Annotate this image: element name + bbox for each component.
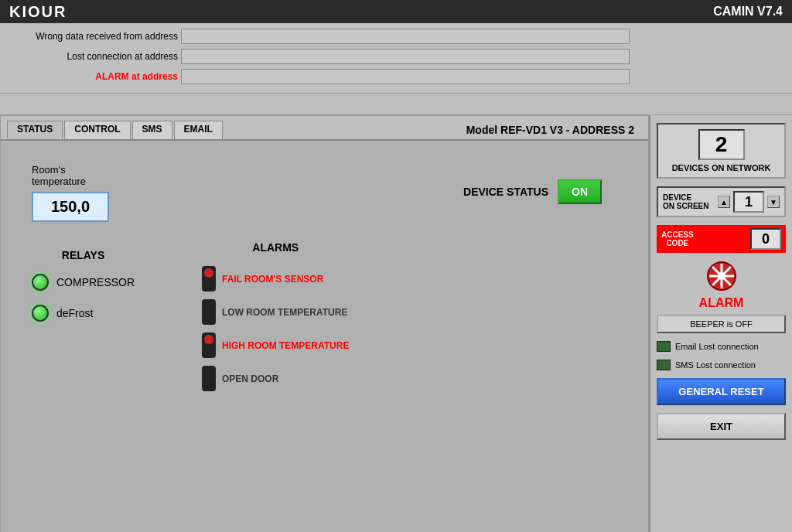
- wrong-data-label: Wrong data received from address: [8, 31, 178, 42]
- devices-on-network-box: 2 DEVICES ON NETWORK: [657, 123, 786, 179]
- email-lost-conn-row: Email Lost connection: [657, 341, 786, 352]
- alarm-item-1: LOW ROOM TEMPERATURE: [202, 299, 349, 325]
- wrong-data-row: Wrong data received from address: [8, 28, 784, 45]
- lost-conn-row: Lost connection at address: [8, 48, 784, 65]
- alarm-indicator-0: [202, 266, 216, 292]
- alarm-icon: [706, 261, 737, 292]
- general-reset-button[interactable]: GENERAL RESET: [657, 378, 786, 405]
- alarm-dot-dark-1b: [204, 313, 213, 322]
- svg-point-5: [718, 272, 725, 280]
- top-info-panel: Wrong data received from address Lost co…: [0, 23, 792, 94]
- alarm-dot-dark-1a: [204, 302, 213, 311]
- sms-conn-led: [657, 360, 671, 370]
- alarm-right-section: ALARM BEEPER is OFF: [657, 261, 786, 333]
- tab-status[interactable]: STATUS: [7, 121, 63, 139]
- devices-count: 2: [698, 129, 745, 160]
- tab-control[interactable]: CONTROL: [64, 121, 130, 139]
- lost-conn-label: Lost connection at address: [8, 51, 178, 62]
- device-status-label: DEVICE STATUS: [463, 186, 548, 198]
- email-lost-conn-label: Email Lost connection: [675, 342, 759, 351]
- wrong-data-input[interactable]: [181, 29, 630, 44]
- left-panel: STATUS CONTROL SMS EMAIL Model REF-VD1 V…: [0, 115, 649, 532]
- device-status-section: DEVICE STATUS ON: [463, 179, 602, 204]
- alarm-dot-dark-0: [204, 280, 213, 289]
- relay-item-compressor: COMPRESSOR: [32, 274, 135, 291]
- tab-email[interactable]: EMAIL: [174, 121, 223, 139]
- sms-lost-conn-row: SMS Lost connection: [657, 360, 786, 370]
- access-code-value[interactable]: 0: [750, 228, 781, 250]
- access-code-label: ACCESSCODE: [661, 230, 694, 247]
- alarm-item-3: OPEN DOOR: [202, 366, 349, 391]
- lost-conn-input[interactable]: [181, 49, 630, 64]
- alarm-label: ALARM at address: [8, 71, 178, 82]
- alarm-dot-dark-3a: [204, 368, 213, 377]
- relay-item-defrost: deFrost: [32, 305, 135, 322]
- room-temp-label: Room's temperature: [32, 164, 109, 187]
- alarms-section: ALARMS FAIL ROOM'S SENSOR LOW ROOM TE: [202, 241, 349, 399]
- access-code-box: ACCESSCODE 0: [657, 225, 786, 253]
- app-title: CAMIN V7.4: [713, 5, 783, 19]
- compressor-label: COMPRESSOR: [56, 276, 135, 288]
- sms-lost-conn-label: SMS Lost connection: [675, 360, 756, 370]
- relays-section: RELAYS COMPRESSOR deFrost: [32, 249, 135, 336]
- beeper-button[interactable]: BEEPER is OFF: [657, 315, 786, 333]
- device-content: Room's temperature 150,0 DEVICE STATUS O…: [1, 141, 648, 532]
- device-screen-down-button[interactable]: ▼: [767, 196, 780, 208]
- alarm-indicator-1: [202, 299, 216, 325]
- alarm-item-2: HIGH ROOM TEMPERATURE: [202, 332, 349, 358]
- device-screen-controls: ▲ 1 ▼: [718, 191, 780, 213]
- alarm-dot-red-2: [204, 335, 213, 344]
- model-label: Model REF-VD1 V3 - ADDRESS 2: [466, 124, 642, 139]
- alarm-label-1: LOW ROOM TEMPERATURE: [222, 307, 347, 318]
- tab-sms[interactable]: SMS: [132, 121, 172, 139]
- defrost-label: deFrost: [56, 307, 93, 319]
- main-layout: STATUS CONTROL SMS EMAIL Model REF-VD1 V…: [0, 115, 792, 532]
- alarm-indicator-2: [202, 332, 216, 358]
- alarm-label-3: OPEN DOOR: [222, 373, 278, 384]
- alarm-indicator-3: [202, 366, 216, 391]
- relays-title: RELAYS: [32, 249, 135, 261]
- device-on-screen-box: DEVICEON SCREEN ▲ 1 ▼: [657, 186, 786, 217]
- alarm-label-2: HIGH ROOM TEMPERATURE: [222, 340, 349, 351]
- alarm-right-label: ALARM: [699, 296, 744, 310]
- room-temp-value: 150,0: [32, 192, 109, 222]
- alarms-title: ALARMS: [202, 241, 349, 254]
- exit-button[interactable]: EXIT: [657, 413, 786, 440]
- email-conn-led: [657, 341, 671, 352]
- room-temperature-section: Room's temperature 150,0: [32, 164, 109, 222]
- alarm-input[interactable]: [181, 69, 630, 84]
- alarm-dot-red-0: [204, 268, 213, 278]
- device-on-screen-label: DEVICEON SCREEN: [663, 193, 708, 210]
- logo: KIOUR: [9, 3, 67, 21]
- compressor-led: [32, 274, 49, 291]
- alarm-item-0: FAIL ROOM'S SENSOR: [202, 266, 349, 292]
- alarm-label-0: FAIL ROOM'S SENSOR: [222, 274, 323, 285]
- header: KIOUR CAMIN V7.4: [0, 0, 792, 23]
- alarm-row: ALARM at address: [8, 68, 784, 85]
- device-screen-up-button[interactable]: ▲: [718, 196, 730, 208]
- device-status-on-button[interactable]: ON: [558, 179, 602, 204]
- defrost-led: [32, 305, 49, 322]
- right-panel: 2 DEVICES ON NETWORK DEVICEON SCREEN ▲ 1…: [649, 115, 792, 532]
- devices-on-network-label: DEVICES ON NETWORK: [672, 163, 771, 172]
- device-screen-value: 1: [733, 191, 764, 213]
- alarm-dot-dark-3b: [204, 380, 213, 389]
- nav-bar: STATUS CONTROL SMS EMAIL Model REF-VD1 V…: [1, 116, 648, 141]
- alarm-dot-dark-2: [204, 346, 213, 356]
- toolbar: [0, 94, 792, 115]
